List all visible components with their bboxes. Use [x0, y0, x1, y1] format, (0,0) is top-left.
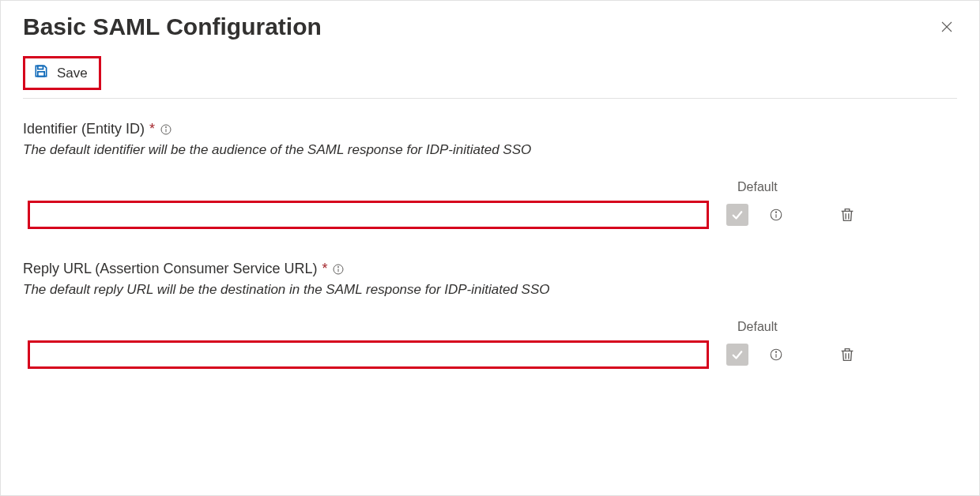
identifier-description: The default identifier will be the audie…: [23, 142, 957, 158]
page-title: Basic SAML Configuration: [23, 13, 322, 40]
trash-icon: [839, 206, 856, 224]
delete-button[interactable]: [839, 206, 856, 224]
toolbar: Save: [23, 56, 957, 99]
close-icon: [940, 24, 954, 36]
svg-rect-2: [38, 66, 43, 69]
info-icon[interactable]: [769, 348, 783, 362]
svg-point-6: [166, 126, 167, 127]
identifier-label: Identifier (Entity ID): [23, 121, 145, 137]
info-icon[interactable]: [332, 263, 345, 276]
default-checkbox[interactable]: [726, 344, 748, 366]
required-marker: *: [322, 261, 327, 277]
svg-point-17: [775, 351, 776, 352]
delete-button[interactable]: [839, 346, 856, 363]
info-icon[interactable]: [769, 208, 783, 222]
default-column-header: Default: [734, 320, 778, 334]
svg-point-14: [338, 266, 339, 267]
trash-icon: [839, 346, 856, 363]
save-button-label: Save: [57, 66, 88, 81]
close-button[interactable]: [937, 17, 957, 39]
svg-rect-3: [38, 72, 44, 77]
reply-url-input[interactable]: [28, 340, 709, 369]
reply-url-row: [23, 340, 957, 369]
info-icon[interactable]: [160, 123, 172, 136]
default-checkbox[interactable]: [726, 204, 748, 226]
reply-url-section: Reply URL (Assertion Consumer Service UR…: [23, 261, 957, 369]
identifier-section: Identifier (Entity ID) * The default ide…: [23, 121, 957, 229]
svg-point-9: [775, 212, 776, 212]
identifier-input[interactable]: [28, 201, 709, 229]
reply-url-label: Reply URL (Assertion Consumer Service UR…: [23, 261, 317, 277]
save-button[interactable]: Save: [23, 56, 101, 90]
save-icon: [33, 63, 49, 83]
default-column-header: Default: [734, 180, 778, 194]
required-marker: *: [149, 121, 155, 137]
identifier-row: [23, 201, 957, 229]
reply-url-description: The default reply URL will be the destin…: [23, 282, 957, 298]
